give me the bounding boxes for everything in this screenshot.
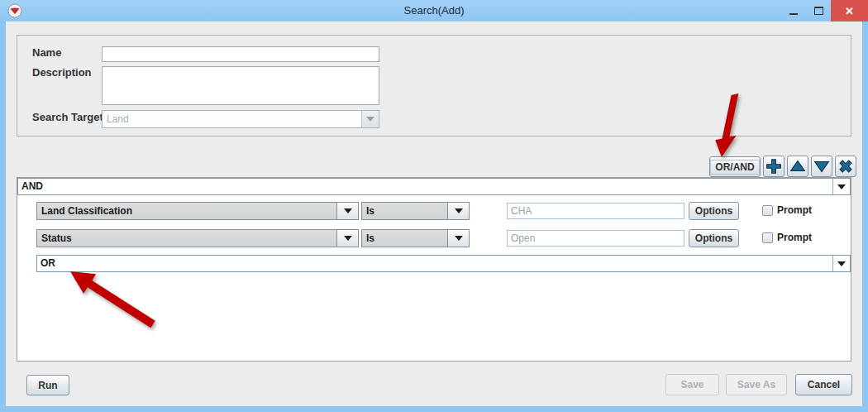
- search-target-dropdown: Land: [102, 110, 379, 128]
- field-dropdown-button[interactable]: [336, 230, 358, 247]
- maximize-icon: [814, 7, 823, 15]
- chevron-down-icon: [344, 208, 352, 213]
- condition-value-input[interactable]: [507, 203, 684, 219]
- minimize-icon: [789, 13, 798, 15]
- description-input[interactable]: [102, 66, 379, 105]
- sub-group-operator-value: OR: [41, 256, 55, 271]
- prompt-checkbox[interactable]: [762, 232, 773, 243]
- chevron-down-icon: [455, 208, 463, 213]
- search-target-dropdown-button: [361, 111, 379, 127]
- annotation-arrow-to-or-and-button: [707, 93, 748, 163]
- operator-dropdown-button[interactable]: [447, 230, 469, 247]
- chevron-down-icon: [366, 117, 374, 122]
- group-operator-dropdown[interactable]: AND: [17, 178, 851, 195]
- move-down-button[interactable]: [811, 156, 832, 177]
- prompt-label: Prompt: [777, 232, 812, 243]
- field-dropdown[interactable]: Land Classification: [36, 202, 359, 220]
- field-dropdown[interactable]: Status: [36, 229, 359, 247]
- save-as-button-label: Save As: [737, 379, 775, 390]
- plus-icon: [764, 156, 784, 177]
- run-button[interactable]: Run: [26, 375, 69, 395]
- title-bar[interactable]: Search(Add) ✕: [0, 0, 868, 22]
- operator-dropdown[interactable]: Is: [361, 229, 470, 247]
- options-button[interactable]: Options: [689, 229, 739, 247]
- save-button-label: Save: [680, 379, 703, 390]
- operator-value: Is: [366, 203, 374, 219]
- field-value: Status: [41, 230, 72, 247]
- triangle-down-icon: [812, 156, 832, 177]
- name-label: Name: [32, 46, 61, 59]
- condition-value-input[interactable]: [507, 230, 684, 247]
- chevron-down-icon: [344, 236, 352, 241]
- cancel-button[interactable]: Cancel: [795, 374, 852, 395]
- run-button-label: Run: [38, 380, 57, 391]
- x-delete-icon: [836, 156, 856, 177]
- cancel-button-label: Cancel: [808, 379, 840, 390]
- close-button[interactable]: ✕: [831, 0, 868, 22]
- minimize-button[interactable]: [781, 0, 806, 22]
- search-add-window: Search(Add) ✕ Name Description Search Ta…: [0, 0, 868, 412]
- add-condition-button[interactable]: [763, 156, 785, 177]
- field-dropdown-button[interactable]: [336, 203, 358, 219]
- prompt-label: Prompt: [777, 204, 812, 216]
- search-target-label: Search Target: [32, 111, 103, 123]
- options-button[interactable]: Options: [689, 202, 739, 220]
- operator-value: Is: [366, 230, 374, 247]
- chevron-down-icon: [837, 261, 846, 266]
- move-up-button[interactable]: [787, 156, 808, 177]
- options-button-label: Options: [695, 205, 732, 217]
- prompt-checkbox[interactable]: [762, 205, 773, 216]
- save-as-button: Save As: [726, 374, 787, 395]
- triangle-up-icon: [788, 156, 808, 177]
- group-operator-dropdown-button[interactable]: [832, 179, 850, 194]
- operator-dropdown-button[interactable]: [447, 203, 469, 219]
- operator-dropdown[interactable]: Is: [361, 202, 470, 220]
- field-value: Land Classification: [41, 203, 132, 219]
- delete-condition-button[interactable]: [835, 156, 856, 177]
- chevron-down-icon: [455, 236, 463, 241]
- maximize-button[interactable]: [806, 0, 831, 22]
- close-icon: ✕: [845, 5, 854, 17]
- name-input[interactable]: [102, 46, 379, 62]
- window-title: Search(Add): [0, 0, 868, 22]
- dialog-content: Name Description Search Target Land OR/A…: [6, 22, 862, 406]
- chevron-down-icon: [837, 184, 846, 189]
- options-button-label: Options: [695, 232, 732, 244]
- group-operator-value: AND: [21, 179, 43, 194]
- sub-group-operator-dropdown-button[interactable]: [832, 256, 850, 271]
- save-button: Save: [665, 374, 719, 395]
- annotation-arrow-to-or-row: [58, 265, 165, 335]
- description-label: Description: [32, 66, 92, 79]
- search-target-value: Land: [107, 111, 129, 127]
